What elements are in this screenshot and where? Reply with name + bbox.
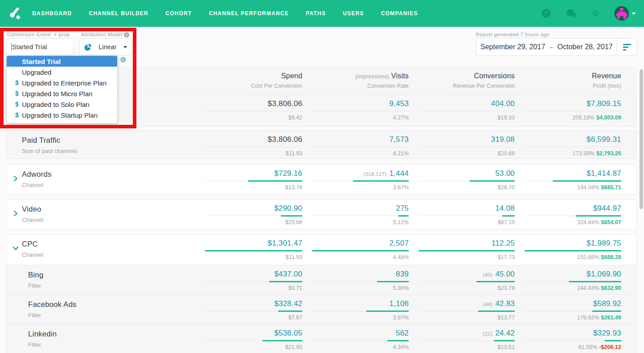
attribution-logo-icon[interactable] [6, 4, 24, 22]
dollar-icon: $ [15, 111, 19, 119]
date-start: September 29, 2017 [480, 43, 545, 51]
row-label-video[interactable]: VideoChannel [7, 204, 195, 229]
table-row-paid-traffic: Paid TrafficSum of paid channels$3,806.0… [7, 131, 636, 158]
dropdown-item-upgraded-startup[interactable]: $Upgraded to Startup Plan [7, 110, 117, 120]
cell-value[interactable]: 1,106 [389, 299, 409, 308]
value-bar-track [525, 310, 621, 312]
cell-value[interactable]: 2,507 [389, 239, 409, 247]
revenue-cell: $1,989.75152.88%$688.28 [525, 239, 621, 265]
cell-value[interactable]: $536.05 [274, 329, 302, 337]
cell-value[interactable]: $6,599.31 [587, 135, 621, 144]
value-bar-track [419, 250, 515, 251]
attribution-model-select[interactable]: Linear [79, 38, 132, 55]
cell-value[interactable]: $7,809.15 [587, 99, 621, 108]
nav-item-users[interactable]: USERS [343, 10, 364, 17]
profit-value: $685.71 [601, 184, 621, 191]
column-header-visits[interactable]: (Impressions)Visits Conversion Rate [312, 72, 409, 93]
value-bar [387, 340, 409, 341]
row-label-cpc[interactable]: CPCChannel [7, 239, 195, 265]
column-header-revenue[interactable]: Revenue Profit (loss) [525, 72, 621, 93]
settings-icon[interactable]: ⚙ [592, 9, 599, 18]
dropdown-item-upgraded-enterprise[interactable]: $Upgraded to Enterprise Plan [7, 77, 117, 88]
cell-value[interactable]: (218,127)1,444 [364, 169, 409, 178]
chat-icon[interactable] [566, 9, 576, 18]
settings-gear-icon[interactable]: ⚙ [120, 55, 126, 64]
nav-item-companies[interactable]: COMPANIES [381, 10, 418, 17]
nav-item-dashboard[interactable]: DASHBOARD [32, 10, 72, 17]
cell-value[interactable]: $1,989.75 [587, 239, 621, 247]
value-bar-track [419, 180, 515, 182]
cell-value[interactable]: (21)24.42 [483, 329, 515, 337]
sub-metric: $9.71 [288, 285, 302, 291]
top-nav: DASHBOARD CHANNEL BUILDER COHORT CHANNEL… [0, 0, 644, 27]
nav-item-cohort[interactable]: COHORT [165, 10, 192, 17]
nav-item-channel-builder[interactable]: CHANNEL BUILDER [89, 10, 148, 17]
chevron-right-icon[interactable] [13, 175, 18, 183]
cell-value[interactable]: 275 [396, 204, 409, 213]
cell-value[interactable]: 7,573 [389, 135, 409, 144]
dropdown-item-upgraded[interactable]: Upgraded [7, 67, 117, 77]
column-header-conversions[interactable]: Conversions Revenue Per Conversion [419, 72, 515, 93]
cell-value[interactable]: 562 [396, 329, 409, 337]
nav-item-paths[interactable]: PATHS [306, 10, 326, 17]
roi-percent: 194.04% [577, 184, 599, 191]
chevron-right-icon[interactable] [13, 210, 18, 218]
cell-value[interactable]: $328.42 [274, 299, 302, 308]
cell-value[interactable]: $729.16 [274, 169, 302, 178]
cell-value[interactable]: 14.08 [495, 204, 515, 213]
help-icon[interactable]: ? [542, 9, 551, 18]
value-bar [553, 180, 621, 182]
cell-value[interactable]: (44)42.83 [483, 299, 515, 308]
cell-value[interactable]: 839 [396, 270, 409, 278]
dropdown-item-started-trial[interactable]: Started Trial [7, 56, 117, 67]
cell-value[interactable]: $437.00 [274, 270, 302, 278]
cell-value[interactable]: 112.25 [491, 239, 515, 247]
row-label-adwords[interactable]: AdwordsChannel [7, 169, 195, 194]
user-menu[interactable] [614, 6, 636, 21]
cell-value[interactable]: $329.93 [593, 329, 621, 337]
row-type: Sum of paid channels [22, 148, 195, 154]
value-bar-track [205, 146, 302, 148]
cell-value[interactable]: $944.97 [593, 204, 621, 213]
nav-menu: DASHBOARD CHANNEL BUILDER COHORT CHANNEL… [32, 10, 418, 17]
report-controls: Conversion Event + prop Attribution Mode… [0, 27, 644, 68]
cell-value[interactable]: $1,301.47 [268, 239, 302, 247]
cell-value[interactable]: 9,453 [389, 99, 409, 108]
sub-metric: $19.33 [498, 115, 515, 121]
cell-value[interactable]: $589.92 [593, 299, 621, 308]
sub-metric: 5.12% [393, 219, 409, 225]
cell-value[interactable]: $1,414.87 [587, 169, 621, 178]
cell-value[interactable]: 53.00 [495, 169, 515, 178]
revenue-cell: $329.9361.55%-$206.12 [525, 329, 621, 353]
dollar-icon: $ [15, 79, 19, 86]
cell-value[interactable]: $290.90 [274, 204, 302, 213]
value-bar [419, 250, 515, 251]
cell-value[interactable]: 404.00 [491, 99, 515, 108]
date-range-picker[interactable]: September 29, 2017 – October 28, 2017 [476, 38, 637, 56]
add-prop-link[interactable]: + prop [54, 32, 69, 37]
cell-value[interactable]: 319.08 [491, 135, 515, 144]
conversion-event-label: Conversion Event + prop [7, 32, 70, 37]
sub-metric: $13.51 [498, 344, 515, 350]
scrollbar-thumb[interactable] [640, 69, 643, 209]
row-label-paid-traffic: Paid TrafficSum of paid channels [7, 135, 195, 158]
info-icon[interactable]: i [124, 32, 129, 38]
table-row-cpc: CPCChannel$1,301.47$11.592,5074.48%112.2… [7, 234, 636, 265]
value-bar [263, 340, 302, 341]
nav-item-channel-performance[interactable]: CHANNEL PERFORMANCE [209, 10, 289, 17]
value-bar-track [525, 340, 621, 341]
dropdown-item-upgraded-micro[interactable]: $Upgraded to Micro Plan [7, 88, 117, 99]
cell-value[interactable]: $1,069.90 [587, 270, 621, 278]
roi-percent: 152.88% [577, 254, 599, 260]
row-label-facebook-ads: Facebook AdsFilter [7, 299, 195, 324]
chevron-down-icon[interactable] [13, 245, 18, 253]
spend-cell: $3,806.06$11.93 [205, 135, 302, 158]
filter-icon [623, 44, 631, 51]
column-header-spend[interactable]: Spend Cost Per Conversion [205, 72, 302, 93]
conversion-event-input[interactable]: Started Trial [6, 38, 74, 55]
dropdown-item-upgraded-solo[interactable]: $Upgraded to Solo Plan [7, 99, 117, 110]
date-filter-button[interactable] [617, 38, 636, 55]
value-bar-track [419, 310, 515, 312]
value-bar-track [312, 180, 409, 182]
cell-value[interactable]: (40)45.00 [483, 270, 515, 278]
